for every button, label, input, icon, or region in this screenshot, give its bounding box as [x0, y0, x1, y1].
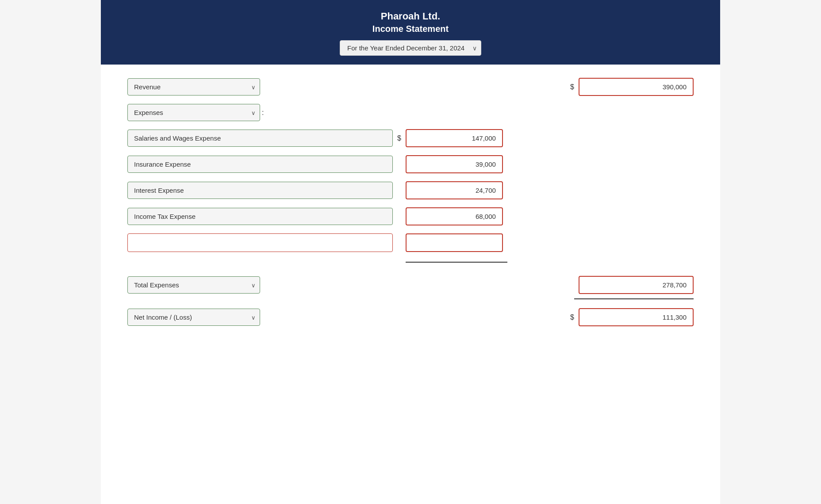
content-area: Revenue $ 390,000 Expenses : Salaries an… [101, 65, 720, 340]
expense-column-divider [406, 262, 507, 263]
interest-amount-field[interactable]: 24,700 [406, 181, 503, 199]
total-expenses-select-wrapper[interactable]: Total Expenses [127, 276, 260, 294]
revenue-dropdown[interactable]: Revenue [127, 78, 260, 95]
salaries-amount-field[interactable]: 147,000 [406, 129, 503, 147]
income-tax-expense-row: Income Tax Expense $ 68,000 [127, 207, 694, 225]
period-select[interactable]: For the Year Ended December 31, 2024 For… [340, 40, 481, 56]
net-income-right-column: $ 111,300 [566, 308, 694, 326]
net-income-dropdown[interactable]: Net Income / (Loss) [127, 309, 260, 326]
empty-expense-row: $ [127, 233, 694, 252]
total-column-divider [574, 298, 694, 299]
salaries-expense-label: Salaries and Wages Expense [127, 130, 393, 147]
net-income-row: Net Income / (Loss) $ 111,300 [127, 308, 694, 326]
revenue-amount-field[interactable]: 390,000 [579, 78, 694, 96]
expenses-header-row: Expenses : [127, 104, 694, 121]
company-name: Pharoah Ltd. [110, 11, 711, 22]
insurance-expense-label: Insurance Expense [127, 156, 393, 173]
total-divider-row [127, 298, 694, 303]
expenses-colon: : [262, 109, 264, 117]
revenue-dollar-sign: $ [570, 83, 574, 91]
empty-amount-field[interactable] [406, 233, 503, 252]
total-expenses-row: Total Expenses 278,700 [127, 276, 694, 294]
insurance-expense-row: Insurance Expense $ 39,000 [127, 155, 694, 173]
empty-expense-label-field[interactable] [127, 233, 393, 252]
salaries-dollar-sign: $ [397, 134, 401, 142]
expense-divider-row: $ [127, 260, 694, 268]
total-expenses-amount-field[interactable]: 278,700 [579, 276, 694, 294]
net-income-amount-field[interactable]: 111,300 [579, 308, 694, 326]
interest-expense-label: Interest Expense [127, 182, 393, 199]
salaries-expense-row: Salaries and Wages Expense $ 147,000 [127, 129, 694, 147]
expenses-select-wrapper[interactable]: Expenses [127, 104, 260, 121]
period-select-wrapper[interactable]: For the Year Ended December 31, 2024 For… [340, 40, 481, 56]
net-income-select-wrapper[interactable]: Net Income / (Loss) [127, 309, 260, 326]
statement-title: Income Statement [110, 24, 711, 34]
revenue-right-column: $ 390,000 [566, 78, 694, 96]
page-header: Pharoah Ltd. Income Statement For the Ye… [101, 0, 720, 65]
expenses-dropdown[interactable]: Expenses [127, 104, 260, 121]
revenue-row: Revenue $ 390,000 [127, 78, 694, 96]
interest-expense-row: Interest Expense $ 24,700 [127, 181, 694, 199]
revenue-select-wrapper[interactable]: Revenue [127, 78, 260, 95]
income-tax-amount-field[interactable]: 68,000 [406, 207, 503, 225]
insurance-amount-field[interactable]: 39,000 [406, 155, 503, 173]
total-expenses-right-column: 278,700 [579, 276, 694, 294]
income-tax-expense-label: Income Tax Expense [127, 208, 393, 225]
net-income-dollar-sign: $ [570, 313, 574, 321]
total-expenses-dropdown[interactable]: Total Expenses [127, 276, 260, 294]
